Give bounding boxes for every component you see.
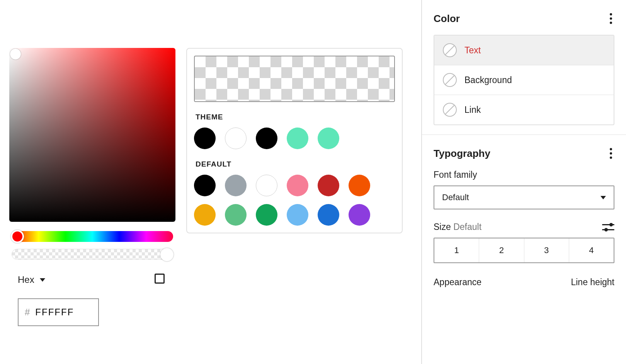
color-item-link[interactable]: Link (434, 95, 614, 124)
color-swatch[interactable] (194, 204, 216, 226)
size-button-3[interactable]: 3 (524, 238, 569, 262)
none-swatch-icon (443, 103, 457, 117)
chevron-down-icon (600, 196, 606, 199)
color-picker-panel: Hex # (9, 48, 175, 338)
sliders-icon[interactable] (602, 223, 614, 231)
hue-slider[interactable] (12, 231, 173, 242)
copy-icon[interactable] (155, 274, 167, 286)
hex-value-input[interactable] (35, 307, 89, 318)
color-swatch[interactable] (225, 128, 247, 149)
color-swatch[interactable] (287, 128, 308, 149)
size-button-2[interactable]: 2 (479, 238, 524, 262)
none-swatch-icon (443, 73, 457, 87)
color-swatch[interactable] (225, 175, 247, 196)
size-row: Size Default (434, 222, 614, 232)
color-item-label: Background (464, 75, 512, 85)
typography-section: Typography Font family Default Size Defa… (422, 135, 626, 297)
color-item-text[interactable]: Text (434, 36, 614, 65)
color-swatch[interactable] (194, 175, 216, 196)
alpha-slider[interactable] (12, 249, 173, 260)
color-section-menu-icon[interactable] (607, 11, 614, 26)
chevron-down-icon (40, 278, 45, 282)
saturation-handle[interactable] (10, 49, 21, 60)
color-swatch[interactable] (318, 128, 339, 149)
color-section-header: Color (434, 11, 614, 26)
swatches-panel: THEME DEFAULT (186, 48, 403, 233)
none-swatch-icon (443, 43, 457, 57)
size-label: Size Default (434, 222, 481, 232)
color-format-label: Hex (18, 274, 34, 285)
typography-section-title: Typography (434, 148, 490, 160)
color-swatch[interactable] (287, 175, 308, 196)
size-button-1[interactable]: 1 (434, 238, 479, 262)
hue-handle[interactable] (11, 230, 24, 243)
saturation-area[interactable] (9, 48, 175, 222)
default-swatch-row-2 (194, 204, 395, 226)
color-section-title: Color (434, 13, 460, 25)
color-swatch[interactable] (349, 204, 370, 226)
appearance-label: Appearance (434, 277, 481, 287)
color-swatch[interactable] (256, 175, 277, 196)
color-swatch[interactable] (287, 204, 308, 226)
default-swatches-label: DEFAULT (196, 160, 395, 168)
font-family-label: Font family (434, 170, 614, 180)
size-buttons: 1234 (434, 238, 614, 263)
font-family-select[interactable]: Default (434, 185, 614, 209)
color-swatch[interactable] (256, 128, 277, 149)
color-format-select[interactable]: Hex (18, 274, 45, 285)
sidebar: Color TextBackgroundLink Typography Font… (421, 0, 626, 364)
color-swatch[interactable] (256, 204, 277, 226)
typography-section-menu-icon[interactable] (607, 146, 614, 161)
color-item-background[interactable]: Background (434, 65, 614, 95)
font-family-value: Default (442, 192, 469, 202)
color-swatch[interactable] (225, 204, 247, 226)
color-list: TextBackgroundLink (434, 35, 614, 125)
default-swatch-row-1 (194, 175, 395, 196)
theme-swatches-label: THEME (196, 113, 395, 121)
format-row: Hex (9, 260, 175, 286)
line-height-label: Line height (571, 277, 614, 287)
color-swatch[interactable] (318, 204, 339, 226)
color-item-label: Text (464, 45, 481, 56)
theme-swatch-row (194, 128, 395, 149)
color-item-label: Link (464, 105, 481, 115)
hash-symbol: # (25, 307, 30, 318)
typography-section-header: Typography (434, 146, 614, 161)
alpha-handle[interactable] (160, 248, 174, 261)
color-swatch[interactable] (318, 175, 339, 196)
hex-input[interactable]: # (18, 298, 99, 326)
size-button-4[interactable]: 4 (569, 238, 614, 262)
color-section: Color TextBackgroundLink (422, 0, 626, 135)
bottom-labels: Appearance Line height (434, 277, 614, 287)
color-swatch[interactable] (349, 175, 370, 196)
color-swatch[interactable] (194, 128, 216, 149)
color-preview-transparent[interactable] (194, 56, 395, 102)
